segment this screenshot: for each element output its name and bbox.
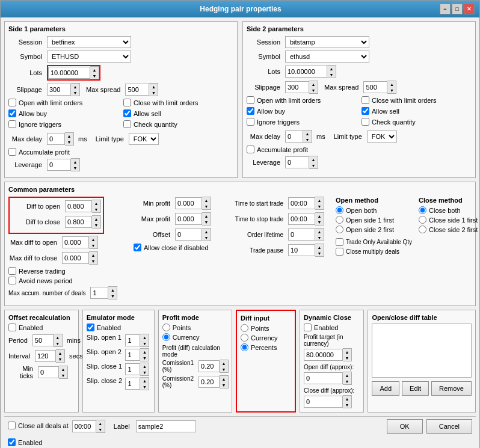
side2-maxspread-up[interactable]: ▲ xyxy=(387,81,396,87)
side1-ignoretriggers-row[interactable]: Ignore triggers xyxy=(8,120,118,128)
period-down[interactable]: ▼ xyxy=(54,340,62,346)
side2-limittype-select[interactable]: FOK xyxy=(367,130,397,143)
open-side2-row[interactable]: Open side 2 first xyxy=(336,226,414,233)
slip-close1-input[interactable] xyxy=(125,363,140,375)
trade-pause-down[interactable]: ▼ xyxy=(315,250,324,256)
slip-open1-input[interactable] xyxy=(125,334,140,346)
slip-close1-up[interactable]: ▲ xyxy=(140,363,149,369)
close-all-time-input[interactable] xyxy=(72,420,96,432)
side2-accum-check[interactable] xyxy=(247,146,254,153)
side1-checkqty-check[interactable] xyxy=(123,120,131,128)
max-diff-close-input[interactable] xyxy=(62,252,89,264)
time-start-down[interactable]: ▼ xyxy=(315,203,324,209)
commission2-up[interactable]: ▲ xyxy=(220,376,228,382)
side2-ignoretriggers-check[interactable] xyxy=(247,118,254,126)
maximize-button[interactable]: □ xyxy=(452,4,463,14)
side2-maxspread-input[interactable] xyxy=(363,81,387,93)
side2-leverage-up[interactable]: ▲ xyxy=(309,156,318,162)
side2-checkqty-check[interactable] xyxy=(362,118,369,126)
side1-allowsell-check[interactable] xyxy=(123,109,131,117)
min-profit-up[interactable]: ▲ xyxy=(202,197,211,203)
max-profit-down[interactable]: ▼ xyxy=(202,219,211,225)
max-profit-up[interactable]: ▲ xyxy=(202,213,211,219)
side2-ignoretriggers-row[interactable]: Ignore triggers xyxy=(247,118,357,126)
interval-input[interactable] xyxy=(35,350,56,362)
side2-lots-up[interactable]: ▲ xyxy=(327,66,336,72)
label-input[interactable] xyxy=(136,420,196,432)
period-up[interactable]: ▲ xyxy=(54,334,62,340)
close-side2-row[interactable]: Close side 2 first xyxy=(419,226,480,233)
side1-openlimit-check[interactable] xyxy=(8,99,16,106)
diff-to-open-down[interactable]: ▼ xyxy=(92,206,100,212)
side1-checkqty-row[interactable]: Check quantity xyxy=(123,120,233,128)
minticks-up[interactable]: ▲ xyxy=(59,366,67,372)
min-profit-down[interactable]: ▼ xyxy=(202,203,211,209)
commission1-up[interactable]: ▲ xyxy=(220,360,228,366)
minimize-button[interactable]: − xyxy=(440,4,451,14)
slip-close2-up[interactable]: ▲ xyxy=(140,378,149,384)
diff-currency-row[interactable]: Currency xyxy=(241,334,291,342)
interval-down[interactable]: ▼ xyxy=(56,356,64,362)
side2-lots-input[interactable] xyxy=(285,66,327,78)
side2-maxspread-down[interactable]: ▼ xyxy=(387,87,396,93)
diff-to-close-down[interactable]: ▼ xyxy=(92,222,100,228)
side1-maxdelay-down[interactable]: ▼ xyxy=(65,139,73,145)
emulator-enabled-check[interactable] xyxy=(87,324,94,331)
side1-maxspread-input[interactable] xyxy=(125,84,149,96)
diff-to-open-up[interactable]: ▲ xyxy=(92,200,100,206)
side2-openlimit-row[interactable]: Open with limit orders xyxy=(247,96,357,104)
diff-to-open-input[interactable] xyxy=(65,200,92,212)
side1-leverage-input[interactable] xyxy=(47,159,71,171)
slip-close1-down[interactable]: ▼ xyxy=(140,369,149,375)
side1-symbol-select[interactable]: ETHUSD xyxy=(47,51,131,63)
side1-openlimit-row[interactable]: Open with limit orders xyxy=(8,99,118,106)
trade-only-check[interactable] xyxy=(336,238,343,246)
slip-open2-up[interactable]: ▲ xyxy=(140,349,149,355)
trade-pause-up[interactable]: ▲ xyxy=(315,244,324,250)
period-input[interactable] xyxy=(32,334,54,346)
max-diff-close-down[interactable]: ▼ xyxy=(89,258,97,264)
open-both-row[interactable]: Open both xyxy=(336,206,414,214)
commission1-input[interactable] xyxy=(198,360,220,372)
max-accum-input[interactable] xyxy=(90,287,108,299)
time-stop-input[interactable] xyxy=(288,213,315,225)
side2-slippage-input[interactable] xyxy=(285,81,309,93)
side1-session-select[interactable]: betfinex xyxy=(47,36,131,48)
slip-close2-input[interactable] xyxy=(125,378,140,390)
profit-target-input[interactable] xyxy=(304,349,343,361)
slip-open1-up[interactable]: ▲ xyxy=(140,334,149,340)
max-accum-down[interactable]: ▼ xyxy=(108,293,117,299)
offset-up[interactable]: ▲ xyxy=(202,229,211,235)
min-profit-input[interactable] xyxy=(175,197,202,209)
minticks-input[interactable] xyxy=(38,366,59,378)
offset-input[interactable] xyxy=(175,229,202,241)
side2-slippage-up[interactable]: ▲ xyxy=(309,81,318,87)
commission1-down[interactable]: ▼ xyxy=(220,366,228,372)
profit-points-row[interactable]: Points xyxy=(162,324,228,331)
side2-slippage-down[interactable]: ▼ xyxy=(309,87,318,93)
side1-lots-down[interactable]: ▼ xyxy=(90,73,99,79)
side2-allowsell-check[interactable] xyxy=(362,107,369,115)
side1-accum-check[interactable] xyxy=(8,148,16,156)
time-start-up[interactable]: ▲ xyxy=(315,197,324,203)
side2-closelimit-check[interactable] xyxy=(362,96,369,104)
side2-allowsell-row[interactable]: Allow sell xyxy=(362,107,472,115)
profit-target-down[interactable]: ▼ xyxy=(343,355,351,361)
close-all-time-down[interactable]: ▼ xyxy=(96,426,105,432)
profit-target-up[interactable]: ▲ xyxy=(343,349,351,355)
offset-enabled-row[interactable]: Enabled xyxy=(8,324,75,331)
trade-pause-input[interactable] xyxy=(288,244,315,256)
allow-close-check[interactable] xyxy=(134,244,141,251)
side2-checkqty-row[interactable]: Check quantity xyxy=(362,118,472,126)
side1-slippage-down[interactable]: ▼ xyxy=(71,90,79,96)
side1-ignoretriggers-check[interactable] xyxy=(8,120,16,128)
remove-button[interactable]: Remove xyxy=(431,381,472,396)
slip-open2-down[interactable]: ▼ xyxy=(140,355,149,361)
close-all-time-up[interactable]: ▲ xyxy=(96,420,105,426)
interval-up[interactable]: ▲ xyxy=(56,350,64,356)
side2-session-select[interactable]: bitstamp xyxy=(285,36,369,48)
side1-maxdelay-input[interactable] xyxy=(47,133,65,145)
open-diff-up[interactable]: ▲ xyxy=(343,372,351,378)
side1-lots-input[interactable] xyxy=(48,67,90,79)
diff-points-row[interactable]: Points xyxy=(241,324,291,332)
